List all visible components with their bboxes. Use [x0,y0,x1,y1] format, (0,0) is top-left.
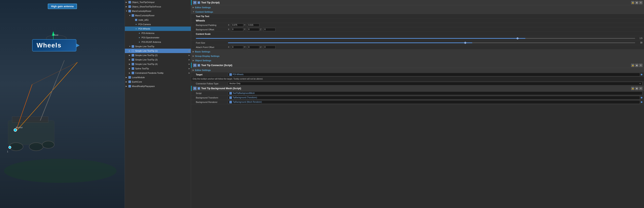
hierarchy-item-poi_spectrometer[interactable]: +POI-Spectrometer [125,35,191,40]
bg-padding-y-input[interactable] [247,24,259,27]
content-scale-slider-container: 1.5 [196,37,642,40]
expand-arrow-mars_curiosity_rover_root: ▼ [126,10,128,12]
tooltip-script-lock-btn[interactable]: 🔒 [631,1,634,4]
bg-mesh-menu-btn[interactable]: ⚙ [639,87,642,90]
item-icon-mars_curiosity_rover_root [128,10,131,12]
hierarchy-item-obj_tooltip_on_input[interactable]: ▶Object_ToolTipOnInput [125,0,191,4]
hierarchy-item-obj_show_tooltip_on_focus[interactable]: ▶Object_ShowToolTipOnFocus [125,4,191,9]
bg-offset-y-input[interactable] [247,28,259,31]
bg-transform-row: Background Transform TipBackground (Tran… [191,96,644,100]
expand-arrow-obj_tooltip_on_input: ▶ [126,1,128,3]
bg-padding-x-input[interactable] [231,24,243,27]
bg-offset-x-input[interactable] [231,28,243,31]
hierarchy-item-mixed_reality_playspace[interactable]: ▶MixedRealityPlayspace [125,84,191,88]
bg-padding-xyz: X Y [228,24,259,27]
tooltip-box-text: Wheels [36,42,72,49]
bg-transform-ref-dot[interactable] [641,97,642,98]
font-size-slider-fill [228,42,472,43]
bg-padding-y-label: Y [244,24,246,26]
bg-transform-ref-icon [230,96,232,99]
bg-offset-xyz: X Y Z [228,28,276,31]
tooltip-script-menu-btn[interactable]: ⚙ [639,1,642,4]
bg-transform-ref[interactable]: TipBackground (Transform) [228,96,640,100]
hierarchy-item-poi_ruhf_antenna[interactable]: +POI-RUHF Antenna [125,40,191,44]
content-scale-slider-track[interactable] [196,38,635,39]
hierarchy-item-constrained_parabola[interactable]: ▶Constrained Parabola Tooltip▶ [125,71,191,75]
item-text-simple_line_tooltip_4: Simple Line ToolTip (4) [135,63,158,65]
hierarchy-item-mars_curiosity_rover_child[interactable]: ▼MarsCuriosityRover [125,13,191,18]
group-display-row[interactable]: ▶ Group Display Settings [191,54,644,58]
svg-line-6 [16,84,32,132]
object-settings-arrow: ▶ [192,59,194,62]
connector-script-lock-btn[interactable]: 🔒 [631,64,634,67]
attach-y-input[interactable] [247,46,259,49]
font-size-slider-track[interactable] [228,42,635,43]
basic-settings-row[interactable]: ▶ Basic Settings [191,50,644,54]
bg-renderer-ref[interactable]: TipBackground (Mesh Renderer) [228,100,640,104]
editor-settings-label: Editor Settings [195,6,211,9]
bg-renderer-ref-dot[interactable] [641,101,642,103]
connector-script-expand-btn[interactable]: ▣ [635,64,638,67]
svg-line-10 [56,60,64,80]
bg-mesh-lock-btn[interactable]: 🔒 [631,87,634,90]
hierarchy-item-simple_line_tooltip_1[interactable]: ▶Simple Line ToolTip (1)▶ [125,49,191,53]
editor-settings-arrow: ▶ [192,6,194,8]
connector-script-title: Tool Tip Connector (Script) [201,64,631,67]
bg-renderer-ref-text: TipBackground (Mesh Renderer) [233,101,262,103]
expand-arrow-mars_curiosity_rover_child: ▼ [129,14,131,16]
content-settings-row[interactable]: ▼ Content Settings [191,10,644,14]
tooltip-text-label: Tool Tip Text [196,15,228,18]
hierarchy-item-simple_line_tooltip_4[interactable]: ▶Simple Line ToolTip (4)▶ [125,62,191,66]
hierarchy-item-poi_wheels[interactable]: +POI-Wheels [125,26,191,31]
content-scale-slider-thumb[interactable] [516,38,518,40]
hierarchy-item-node_id51[interactable]: node_id51 [125,18,191,22]
hierarchy-item-poi_antenna[interactable]: +POI-Antenna [125,31,191,35]
arrow-right-simple_line_tooltip_1: ▶ [188,50,190,52]
attach-x-input[interactable] [231,46,243,49]
font-size-row: Font Size 30 [191,40,644,45]
tooltip-script-checkbox[interactable]: ✓ [198,2,200,4]
hierarchy-item-earth_core[interactable]: ▶EarthCore [125,80,191,84]
bg-transform-ref-text: TipBackground (Transform) [233,96,257,99]
tooltip-script-expand-btn[interactable]: ▣ [635,1,638,4]
follow-type-dropdown[interactable]: Anchor Only ▼ [228,82,642,86]
connector-script-menu-btn[interactable]: ⚙ [639,64,642,67]
item-text-poi_camera: POI-Camera [138,23,151,26]
content-scale-slider-row: 1.5 [191,36,644,40]
expand-arrow-obj_show_tooltip_on_focus: ▶ [126,6,128,8]
hierarchy-item-simple_line_tooltip[interactable]: ▼Simple Line ToolTip [125,44,191,49]
item-icon-poi_ruhf_antenna: + [138,40,141,44]
hierarchy-item-simple_line_tooltip_2[interactable]: ▶Simple Line ToolTip (2)▶ [125,53,191,58]
object-settings-row[interactable]: ▶ Object Settings [191,58,644,63]
item-icon-simple_line_tooltip_2 [132,54,134,57]
item-icon-lunar_module [128,76,131,79]
target-object-ref[interactable]: POI-Wheels [228,73,640,76]
script-ref-icon [230,92,232,94]
bg-offset-z-input[interactable] [264,28,276,31]
cyan-dot-2 [8,146,11,149]
hierarchy-item-spline_tooltip[interactable]: ▶Spline ToolTip▶ [125,66,191,71]
item-text-poi_wheels: POI-Wheels [138,28,150,30]
content-scale-value: 1.5 [636,37,642,40]
attach-point-row: Attach Point Offset X Y Z [191,45,644,50]
connector-editor-arrow: ▶ [192,69,194,71]
connector-script-checkbox[interactable]: ✓ [198,64,200,66]
editor-settings-row[interactable]: ▶ Editor Settings [191,5,644,10]
script-ref[interactable]: ToolTipBackgroundMesh [228,92,642,95]
connector-editor-settings-row[interactable]: ▶ Editor Settings [191,68,644,72]
hierarchy-item-lunar_module[interactable]: ▶LunarModule [125,75,191,80]
font-size-value: 30 [636,42,642,44]
item-icon-poi_antenna: + [138,32,141,34]
bg-mesh-expand-btn[interactable]: ▣ [635,87,638,90]
item-text-poi_spectrometer: POI-Spectrometer [142,36,160,39]
bg-mesh-script-checkbox[interactable]: ✓ [198,87,200,90]
expand-arrow-simple_line_tooltip_4: ▶ [129,63,131,65]
script-ref-text: ToolTipBackgroundMesh [233,92,255,94]
hierarchy-item-poi_camera[interactable]: +POI-Camera [125,22,191,26]
target-ref-dot[interactable] [641,74,642,75]
attach-z-input[interactable] [264,46,276,49]
hierarchy-item-simple_line_tooltip_3[interactable]: ▶Simple Line ToolTip (3)▶ [125,58,191,62]
hierarchy-item-mars_curiosity_rover_root[interactable]: ▼MarsCuriosityRover [125,9,191,13]
font-size-slider-thumb[interactable] [464,42,466,44]
follow-type-label: Connector Follow Type [196,82,228,85]
